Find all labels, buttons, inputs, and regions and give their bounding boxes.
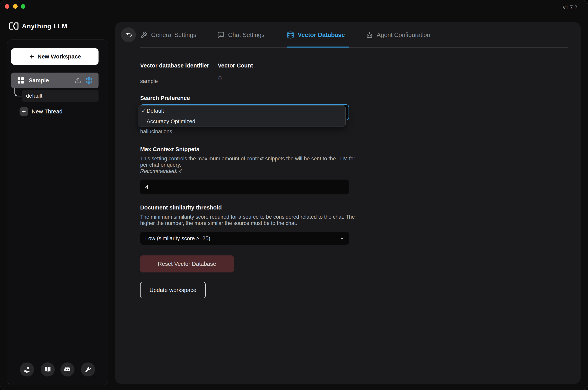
dropdown-option-accuracy-optimized[interactable]: Accuracy Optimized (138, 116, 345, 127)
docs-button[interactable] (41, 362, 55, 377)
back-icon (125, 31, 132, 38)
tab-general-settings[interactable]: General Settings (140, 31, 196, 39)
max-context-snippets-description-line2: per chat or query. (140, 162, 181, 168)
workspace-item-sample[interactable]: Sample (11, 73, 98, 88)
app-window: v1.7.2 Anything LLM New Workspace Sample (0, 0, 588, 390)
tab-agent-configuration[interactable]: Agent Configuration (366, 31, 430, 39)
close-window-button[interactable] (5, 4, 9, 9)
new-thread-label: New Thread (32, 108, 62, 115)
minimize-window-button[interactable] (13, 4, 18, 9)
new-workspace-label: New Workspace (38, 53, 81, 60)
max-context-snippets-label: Max Context Snippets (140, 146, 199, 152)
upload-icon[interactable] (75, 77, 81, 84)
similarity-threshold-value: Low (similarity score ≥ .25) (140, 235, 210, 242)
dropdown-option-default[interactable]: ✓ Default (138, 106, 345, 116)
active-tab-underline (287, 47, 349, 48)
search-preference-description-fragment: hallucinations. (140, 128, 173, 135)
workspace-name: Sample (29, 77, 49, 84)
vector-db-identifier-value: sample (140, 78, 158, 84)
chat-bubble-icon (217, 31, 225, 39)
max-context-snippets-field (140, 180, 349, 195)
thread-tree-connector (14, 88, 22, 97)
thread-name: default (26, 93, 42, 99)
max-context-snippets-recommended: Recommended: 4 (140, 168, 182, 174)
app-version: v1.7.2 (563, 4, 577, 10)
plus-icon (20, 107, 28, 116)
similarity-threshold-select[interactable]: Low (similarity score ≥ .25) (140, 232, 349, 245)
title-bar: v1.7.2 (0, 0, 588, 14)
vector-count-label: Vector Count (218, 62, 253, 69)
vector-db-identifier-label: Vector database identifier (140, 62, 209, 69)
back-button[interactable] (121, 27, 136, 42)
settings-button[interactable] (81, 362, 95, 377)
app-logo: Anything LLM (9, 22, 67, 30)
anything-llm-logo-icon (9, 22, 19, 30)
grid-icon (17, 77, 24, 84)
vector-count-value: 0 (218, 75, 222, 82)
app-title: Anything LLM (22, 22, 67, 30)
new-thread-button[interactable]: New Thread (20, 107, 62, 116)
max-context-snippets-description-line1: This setting controls the maximum amount… (140, 155, 355, 162)
gear-icon[interactable] (85, 77, 93, 84)
tab-vector-database[interactable]: Vector Database (287, 31, 345, 39)
discord-icon (64, 366, 71, 373)
new-workspace-button[interactable]: New Workspace (11, 48, 98, 65)
max-context-snippets-input[interactable] (140, 184, 328, 190)
zoom-window-button[interactable] (21, 4, 25, 9)
plus-icon (29, 53, 35, 59)
sidebar: New Workspace Sample default (7, 40, 108, 385)
settings-wrench-icon (85, 366, 91, 373)
docs-book-icon (44, 366, 51, 373)
search-preference-label: Search Preference (140, 95, 190, 101)
wrench-icon (140, 31, 148, 39)
database-icon (287, 31, 294, 39)
tab-chat-settings[interactable]: Chat Settings (217, 31, 264, 39)
chevron-down-icon (340, 236, 344, 241)
support-button[interactable] (20, 362, 34, 377)
discord-button[interactable] (60, 362, 75, 377)
update-workspace-button[interactable]: Update workspace (140, 282, 206, 298)
tab-divider (140, 47, 568, 48)
similarity-threshold-label: Document similarity threshold (140, 204, 222, 211)
similarity-threshold-description-line1: The minimum similarity score required fo… (140, 214, 355, 220)
thread-item-default[interactable]: default (22, 90, 98, 102)
robot-icon (366, 31, 373, 39)
support-hand-coin-icon (23, 366, 31, 373)
reset-vector-database-button[interactable]: Reset Vector Database (140, 255, 234, 272)
settings-panel: General Settings Chat Settings Vector Da… (115, 22, 581, 384)
checkmark-icon: ✓ (138, 108, 147, 114)
similarity-threshold-description-line2: higher the number, the more similar the … (140, 220, 297, 226)
search-preference-dropdown: ✓ Default Accuracy Optimized (138, 105, 346, 127)
